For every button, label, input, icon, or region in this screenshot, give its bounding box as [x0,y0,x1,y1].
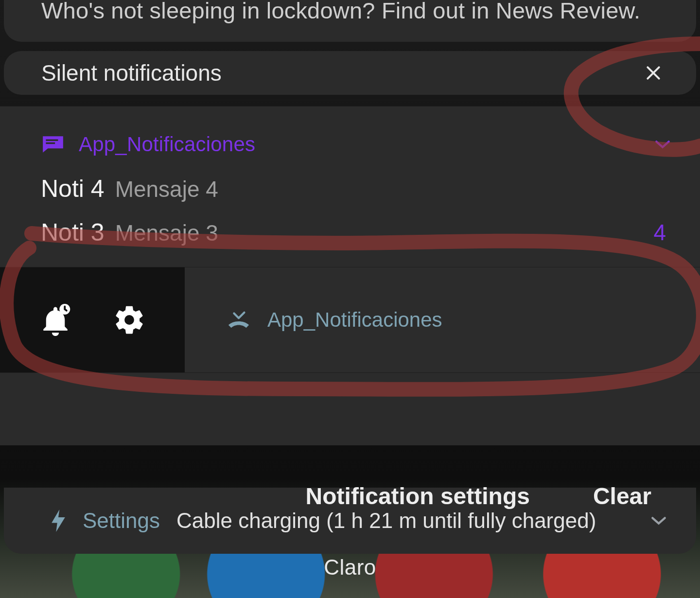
missed-call-app-name: App_Notificaciones [267,308,442,332]
notification-settings-button[interactable] [112,302,147,337]
silent-notifications-body: App_Notificaciones Noti 4 Mensaje 4 Noti… [0,106,700,445]
notification-count: 4 [653,219,666,246]
notification-actions-row: App_Notificaciones [0,267,700,373]
svg-rect-2 [46,140,58,141]
silent-notifications-header: Silent notifications [4,51,696,95]
news-review-text: Who's not sleeping in lockdown? Find out… [41,0,640,24]
notification-title: Noti 4 [41,175,105,203]
missed-call-icon [228,310,250,330]
notification-item[interactable]: Noti 3 Mensaje 3 [41,218,656,246]
notification-item[interactable]: Noti 4 Mensaje 4 [41,175,656,203]
close-icon [644,63,663,83]
chevron-down-icon [654,139,671,150]
snooze-button[interactable] [38,302,73,337]
shade-bottom-actions: Notification settings Clear [0,467,700,525]
carrier-label: Claro [0,555,700,580]
svg-rect-3 [46,142,55,144]
notification-message: Mensaje 3 [115,220,218,246]
expand-group-button[interactable] [654,139,671,150]
notification-message: Mensaje 4 [115,176,218,202]
notification-settings-link[interactable]: Notification settings [306,483,530,510]
notification-app-name: App_Notificaciones [79,133,255,156]
clear-all-button[interactable]: Clear [593,483,651,510]
gear-icon [113,303,146,336]
news-review-card[interactable]: Who's not sleeping in lockdown? Find out… [4,0,696,42]
notification-title: Noti 3 [41,218,105,246]
missed-call-row[interactable]: App_Notificaciones [185,267,700,372]
notification-group-header[interactable]: App_Notificaciones [41,133,671,156]
silent-notifications-title: Silent notifications [41,60,222,86]
messages-icon [41,134,65,155]
notification-actions-left [0,267,185,372]
close-silent-button[interactable] [640,59,667,87]
bell-snooze-icon [39,302,71,337]
